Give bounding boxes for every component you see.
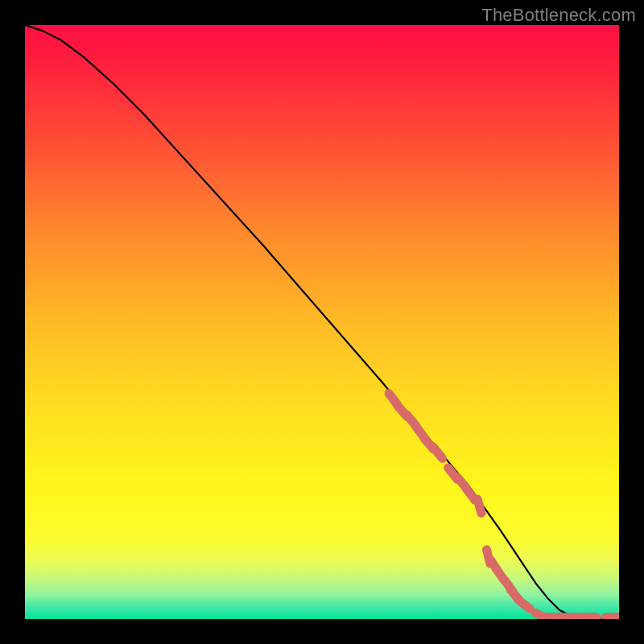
watermark-text: TheBottleneck.com <box>481 5 636 26</box>
chart-plot-area <box>25 25 619 619</box>
marker-dash <box>518 600 530 609</box>
marker-dash <box>433 447 442 458</box>
marker-dash <box>477 499 481 513</box>
chart-svg <box>25 25 619 619</box>
bottleneck-curve <box>25 25 619 619</box>
